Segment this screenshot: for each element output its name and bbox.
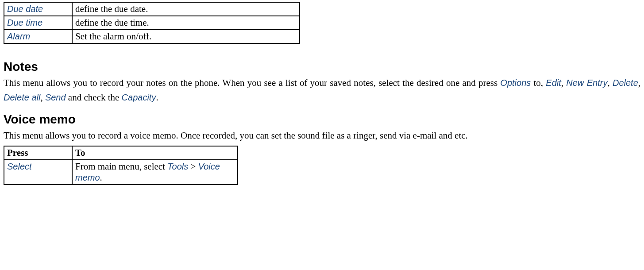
table-row: Select From main menu, select Tools > Vo… (4, 160, 238, 185)
table-row: Due time define the due time. (4, 16, 300, 30)
row-desc: define the due time. (75, 17, 149, 28)
delete-label: Delete (613, 78, 638, 88)
row-label: Due date (7, 4, 43, 14)
voice-memo-table: Press To Select From main menu, select T… (4, 146, 238, 185)
notes-text: This menu allows you to record your note… (4, 77, 500, 88)
voice-memo-heading: Voice memo (4, 112, 640, 127)
row-desc: Set the alarm on/off. (75, 31, 151, 42)
notes-heading: Notes (4, 60, 640, 74)
tools-label: Tools (167, 162, 188, 171)
separator: , (40, 92, 45, 103)
table-header-row: Press To (4, 146, 238, 160)
options-label: Options (500, 78, 531, 88)
edit-label: Edit (546, 78, 561, 88)
voice-desc-text: From main menu, select (75, 161, 167, 172)
breadcrumb-separator: > (188, 161, 198, 172)
separator: , (561, 77, 566, 88)
row-label: Due time (7, 18, 42, 27)
voice-memo-paragraph: This menu allows you to record a voice m… (4, 128, 640, 143)
notes-text: . (156, 92, 158, 103)
to-header: To (75, 147, 85, 158)
delete-all-label: Delete all (4, 93, 40, 102)
separator: , (607, 77, 612, 88)
separator: , (638, 77, 640, 88)
row-desc: define the due date. (75, 4, 148, 14)
capacity-label: Capacity (122, 93, 156, 102)
notes-text: and check the (68, 92, 122, 103)
new-entry-label: New Entry (566, 78, 607, 88)
send-label: Send (45, 93, 66, 102)
row-label: Alarm (7, 31, 30, 41)
select-label: Select (7, 162, 32, 171)
table-row: Due date define the due date. (4, 2, 300, 16)
definitions-table: Due date define the due date. Due time d… (4, 2, 300, 44)
voice-desc-tail: . (100, 172, 102, 183)
notes-text: to, (534, 77, 546, 88)
table-row: Alarm Set the alarm on/off. (4, 30, 300, 43)
press-header: Press (7, 147, 28, 158)
notes-paragraph: This menu allows you to record your note… (4, 76, 640, 104)
